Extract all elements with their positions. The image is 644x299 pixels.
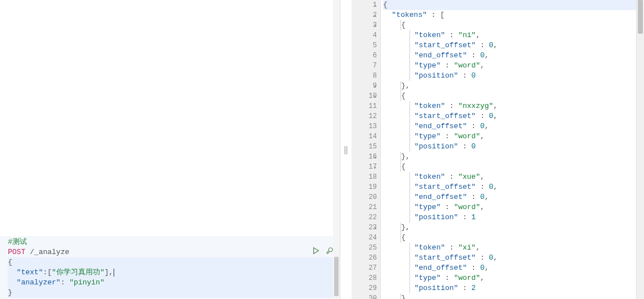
line-number: 22: [352, 212, 377, 223]
divider-handle-icon[interactable]: ‖: [344, 145, 348, 155]
code-line: "token" : "ni",: [383, 30, 644, 40]
line-number: 24▾: [352, 233, 377, 243]
code-line: "token" : "nxxzyg",: [383, 101, 644, 111]
response-code[interactable]: { "tokens" : [ { "token" : "ni", "start_…: [381, 0, 644, 299]
code-line: "end_offset" : 0,: [383, 51, 644, 61]
code-line: "end_offset" : 0,: [383, 263, 644, 273]
line-number: 1▾: [352, 0, 377, 10]
request-editor-pane[interactable]: #测试 POST /_analyze { "text":["你学习真用功"], …: [0, 0, 340, 299]
fold-marker-icon[interactable]: ▾: [372, 295, 378, 299]
left-scrollbar-thumb[interactable]: [334, 257, 339, 296]
line-number: 18: [352, 172, 377, 182]
code-line: "type" : "word",: [383, 273, 644, 283]
editor-empty-area: [0, 0, 340, 236]
line-number: 25: [352, 243, 377, 253]
code-line: "type" : "word",: [383, 132, 644, 142]
line-number: 19: [352, 182, 377, 192]
line-number: 8: [352, 71, 377, 81]
code-line: "type" : "word",: [383, 202, 644, 212]
line-number: 14: [352, 132, 377, 142]
line-number: 21: [352, 202, 377, 212]
request-code-block[interactable]: #测试 POST /_analyze { "text":["你学习真用功"], …: [0, 236, 340, 299]
left-scrollbar[interactable]: [333, 0, 340, 299]
line-number: 30▾: [352, 293, 377, 299]
code-line: "position" : 1: [383, 212, 644, 223]
code-line: "start_offset" : 0,: [383, 111, 644, 121]
pane-divider[interactable]: ‖: [340, 0, 352, 299]
line-number: 6: [352, 51, 377, 61]
body-open: {: [8, 257, 340, 268]
code-line: },: [383, 223, 644, 233]
line-number: 11: [352, 101, 377, 111]
comment-line: #测试: [8, 237, 340, 247]
run-icon[interactable]: [312, 246, 321, 255]
code-line: "type" : "word",: [383, 61, 644, 71]
code-line: {: [383, 233, 644, 243]
line-number: 3▾: [352, 20, 377, 30]
code-line: "start_offset" : 0,: [383, 182, 644, 192]
code-line: "position" : 2: [383, 283, 644, 293]
line-number: 10▾: [352, 91, 377, 101]
line-number: 9▾: [352, 81, 377, 91]
body-analyzer-line: "analyzer": "pinyin": [8, 278, 340, 288]
body-close: }: [8, 288, 340, 298]
code-line: "end_offset" : 0,: [383, 192, 644, 202]
code-line: "position" : 0: [383, 71, 644, 81]
response-pane[interactable]: 1▾2▾3▾456789▾10▾111213141516▾17▾18192021…: [352, 0, 644, 299]
request-line: POST /_analyze: [8, 247, 340, 257]
line-number: 2▾: [352, 10, 377, 20]
code-line: {: [383, 162, 644, 172]
line-number: 27: [352, 263, 377, 273]
line-number: 23▾: [352, 223, 377, 233]
text-cursor: [114, 269, 114, 277]
line-number: 13: [352, 121, 377, 132]
code-line: "token" : "xi",: [383, 243, 644, 253]
line-number: 28: [352, 273, 377, 283]
code-line: "position" : 0: [383, 142, 644, 152]
line-number: 7: [352, 61, 377, 71]
line-number: 4: [352, 30, 377, 40]
line-number: 5: [352, 40, 377, 51]
line-number: 15: [352, 142, 377, 152]
code-line: },: [383, 152, 644, 162]
line-number: 29: [352, 283, 377, 293]
line-number: 20: [352, 192, 377, 202]
code-line: },: [383, 81, 644, 91]
line-number: 16▾: [352, 152, 377, 162]
code-line: "start_offset" : 0,: [383, 253, 644, 263]
right-scrollbar[interactable]: [636, 0, 644, 299]
code-line: "token" : "xue",: [383, 172, 644, 182]
code-line: "start_offset" : 0,: [383, 40, 644, 51]
body-text-line: "text":["你学习真用功"],: [8, 268, 340, 278]
code-line: "tokens" : [: [383, 10, 644, 20]
code-line: {: [383, 20, 644, 30]
line-number: 17▾: [352, 162, 377, 172]
code-line: {: [383, 91, 644, 101]
line-number: 12: [352, 111, 377, 121]
action-icons: [312, 246, 334, 255]
code-line: "end_offset" : 0,: [383, 121, 644, 132]
right-scrollbar-thumb[interactable]: [638, 0, 643, 34]
code-line: },: [383, 293, 644, 299]
line-number: 26: [352, 253, 377, 263]
code-line: {: [383, 0, 644, 10]
line-number-gutter: 1▾2▾3▾456789▾10▾111213141516▾17▾18192021…: [352, 0, 381, 299]
